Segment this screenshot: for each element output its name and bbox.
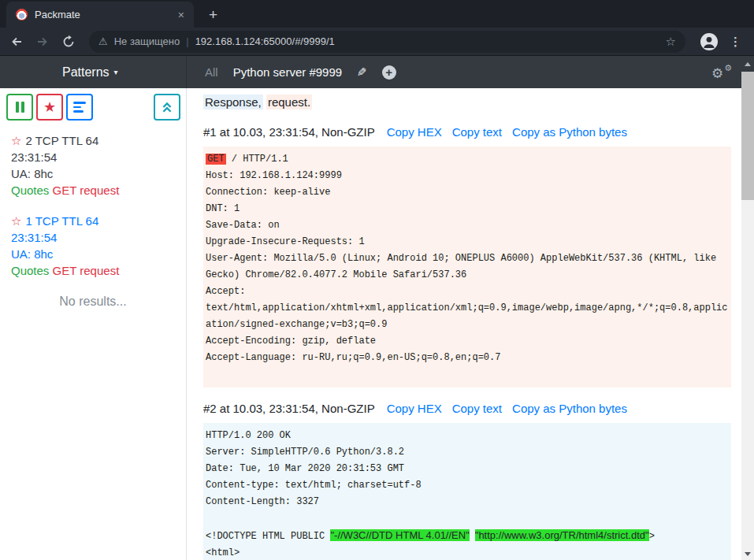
request-header-line: Host: 192.168.1.124:9999 [206,168,729,184]
response-packet-body: HTTP/1.0 200 OK Server: SimpleHTTP/0.6 P… [203,423,731,560]
scrollbar-thumb[interactable] [741,72,754,200]
star-outline-icon[interactable]: ☆ [11,214,21,228]
double-chevron-up-icon [161,101,173,113]
patterns-dropdown[interactable]: Patterns ▾ [0,56,187,88]
response-header-line: Content-Length: 3327 [206,494,729,510]
tab-strip: Packmate × + [0,0,754,28]
legend-request: request. [266,95,312,109]
triangle-down-icon [745,552,751,556]
edit-pencil-icon[interactable]: ✎ [357,65,367,80]
collapse-sidebar-button[interactable] [154,94,180,121]
request-header-line: Save-Data: on [206,217,729,234]
browser-toolbar: ⚠ Не защищено | 192.168.1.124:65000/#/99… [0,28,754,56]
close-tab-icon[interactable]: × [178,9,184,20]
no-results-label: No results... [0,295,186,309]
url-separator: | [186,35,188,47]
copy-text-link[interactable]: Copy text [452,125,502,139]
favorites-filter-button[interactable]: ★ [36,94,63,121]
stream-sidebar: ★ ☆2 TCP TTL 64 23:31:54 UA: 8hc Quotes … [0,88,187,560]
browser-menu-icon[interactable]: ⋮ [730,35,745,49]
response-header-line: Date: Tue, 10 Mar 2020 20:31:53 GMT [206,461,729,477]
browser-tab[interactable]: Packmate × [6,2,194,28]
stream-list-item[interactable]: ☆2 TCP TTL 64 23:31:54 UA: 8hc Quotes GE… [0,132,186,198]
reload-icon[interactable] [61,35,76,49]
forward-icon[interactable] [35,35,50,49]
stream-title: 2 TCP TTL 64 [25,134,98,147]
page-scrollbar[interactable] [741,56,754,560]
tab-all[interactable]: All [205,65,218,79]
sidebar-toolbar: ★ [0,94,186,121]
copy-python-bytes-link[interactable]: Copy as Python bytes [512,402,627,415]
list-filter-button[interactable] [66,94,93,121]
request-header-line: DNT: 1 [206,201,729,217]
triangle-up-icon [745,62,751,66]
list-icon [73,102,86,104]
response-header-line: Content-type: text/html; charset=utf-8 [206,477,729,494]
pattern-tag-green: Quotes [11,264,49,277]
html-open-line: <html> [206,545,729,560]
scroll-down-button[interactable] [741,547,754,560]
request-header-line: Upgrade-Insecure-Requests: 1 [206,234,729,250]
back-icon[interactable] [9,35,24,49]
blank-line [206,366,729,383]
http-method-highlight: GET [206,154,226,165]
copy-hex-link[interactable]: Copy HEX [387,402,442,415]
stream-time: 23:31:54 [11,229,186,246]
status-line: HTTP/1.0 200 OK [206,428,729,444]
copy-text-link[interactable]: Copy text [452,402,502,415]
stream-time: 23:31:54 [11,149,186,165]
app-navbar: Patterns ▾ All Python server #9999 ✎ + ⚙… [0,56,754,88]
request-header-line: Accept-Language: ru-RU,ru;q=0.9,en-US;q=… [206,350,729,366]
profile-avatar[interactable] [700,33,718,50]
pattern-match-highlight: "-//W3C//DTD HTML 4.01//EN" [330,529,469,541]
star-outline-icon[interactable]: ☆ [11,134,21,147]
bookmark-star-icon[interactable]: ☆ [666,35,676,49]
content-area: ★ ☆2 TCP TTL 64 23:31:54 UA: 8hc Quotes … [0,88,754,560]
copy-hex-link[interactable]: Copy HEX [387,125,442,139]
tab-title: Packmate [35,9,171,20]
legend-response: Response, [203,95,263,109]
response-header-line: Server: SimpleHTTP/0.6 Python/3.8.2 [206,444,729,461]
star-icon: ★ [43,100,56,114]
request-header-line: User-Agent: Mozilla/5.0 (Linux; Android … [206,250,729,284]
url-text[interactable]: 192.168.1.124:65000/#/9999/1 [195,35,659,47]
doctype-line: <!DOCTYPE HTML PUBLIC "-//W3C//DTD HTML … [206,527,729,545]
chevron-down-icon: ▾ [114,68,118,76]
stream-title: 1 TCP TTL 64 [25,214,98,228]
stream-list-item-selected[interactable]: ☆1 TCP TTL 64 23:31:54 UA: 8hc Quotes GE… [0,213,186,279]
packmate-favicon-icon [16,9,28,20]
tab-active-service[interactable]: Python server #9999 [233,65,342,79]
stream-detail: Response, request. #1 at 10.03, 23:31:54… [187,88,754,560]
address-bar[interactable]: ⚠ Не защищено | 192.168.1.124:65000/#/99… [89,31,685,53]
packet-2-header: #2 at 10.03, 23:31:54, Non-GZIP Copy HEX… [203,402,731,415]
stream-ua: UA: 8hc [11,165,186,182]
legend: Response, request. [203,94,731,111]
request-header-line: Accept: text/html,application/xhtml+xml,… [206,284,729,333]
copy-python-bytes-link[interactable]: Copy as Python bytes [512,125,627,139]
new-tab-button[interactable]: + [209,7,217,22]
pause-icon [16,102,19,113]
pattern-tag-green: Quotes [11,184,49,197]
pause-button[interactable] [6,94,33,121]
stream-tabs: All Python server #9999 ✎ + [205,65,396,80]
blank-line [206,510,729,527]
packet-1-title: #1 at 10.03, 23:31:54, Non-GZIP [203,125,375,139]
packet-1-header: #1 at 10.03, 23:31:54, Non-GZIP Copy HEX… [203,125,731,139]
pattern-match-highlight: "http://www.w3.org/TR/html4/strict.dtd" [475,529,649,541]
pattern-tag-red: GET request [53,264,120,277]
not-secure-warning-icon[interactable]: ⚠ [98,35,108,47]
request-header-line: Accept-Encoding: gzip, deflate [206,333,729,350]
request-packet-body: GET / HTTP/1.1 Host: 192.168.1.124:9999 … [203,146,731,388]
request-header-line: Connection: keep-alive [206,184,729,201]
settings-gear-icon[interactable]: ⚙ ⚙ [711,63,732,82]
scroll-up-button[interactable] [741,56,754,72]
stream-ua: UA: 8hc [11,246,186,262]
pattern-tag-red: GET request [53,184,120,197]
security-label: Не защищено [114,35,180,47]
add-service-button[interactable]: + [382,65,396,80]
browser-chrome: Packmate × + ⚠ Не защищено | 192.168.1.1… [0,0,754,56]
patterns-label: Patterns [62,65,110,80]
packet-2-title: #2 at 10.03, 23:31:54, Non-GZIP [203,402,375,415]
